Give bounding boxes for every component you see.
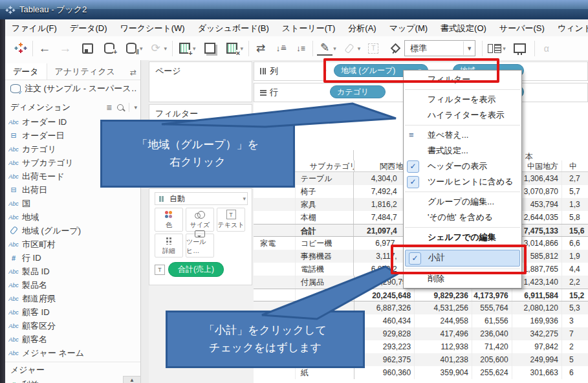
subcategory-cell[interactable]: 家具	[295, 198, 354, 211]
menu-item[interactable]: ファイル(F)	[5, 20, 63, 36]
context-menu-item[interactable]: ✓ ハイライターを表示	[404, 107, 521, 123]
menu-item[interactable]: 分析(A)	[342, 20, 382, 36]
context-menu-item[interactable]: ✓ 書式設定...	[404, 143, 521, 159]
detail-button[interactable]: 詳細	[155, 234, 183, 257]
sort-ascending-button[interactable]: ↓≞	[274, 40, 289, 57]
pause-updates-button[interactable]: ‖	[124, 40, 139, 57]
value-cell[interactable]: 2,2	[562, 276, 588, 289]
value-cell[interactable]: 4,531,256	[415, 301, 472, 314]
category-cell[interactable]	[254, 250, 295, 263]
show-hide-cards-caret[interactable]: ▾	[503, 45, 506, 52]
value-cell[interactable]: 97,842	[512, 340, 562, 353]
color-button[interactable]: 色	[155, 208, 183, 232]
category-cell[interactable]	[254, 224, 295, 236]
mark-type-dropdown[interactable]: 自動 ▾	[155, 192, 248, 205]
value-cell[interactable]: 1,9	[562, 250, 588, 263]
menu-item[interactable]: マップ(M)	[383, 20, 434, 36]
group-members-caret[interactable]: ▾	[358, 45, 361, 52]
context-menu-item[interactable]: ✓ フィルターを表示	[404, 92, 521, 107]
highlight-button[interactable]: ✎	[317, 41, 332, 56]
subcategory-cell[interactable]: 椅子	[295, 185, 354, 198]
category-cell[interactable]	[254, 276, 295, 289]
size-button[interactable]: サイズ	[186, 208, 214, 232]
category-cell[interactable]	[254, 366, 295, 379]
value-cell[interactable]: 244,958	[415, 314, 472, 327]
text-button[interactable]: T テキスト	[217, 208, 245, 232]
context-menu-item[interactable]: ✓ シェルフでの編集	[404, 230, 521, 245]
swap-axes-button[interactable]: ⇄	[253, 40, 268, 57]
category-cell[interactable]	[254, 263, 295, 276]
value-cell[interactable]: 5,8	[562, 211, 588, 224]
region-header[interactable]: 中	[562, 160, 588, 171]
value-cell[interactable]: 169,936	[512, 314, 562, 327]
context-menu-item[interactable]: ✓	[404, 123, 521, 127]
value-cell[interactable]: 2,7	[562, 172, 588, 185]
pause-updates-caret[interactable]: ▾	[140, 45, 143, 52]
value-cell[interactable]: 960,360	[354, 366, 415, 379]
value-cell[interactable]: 15,2	[562, 289, 588, 301]
highlight-caret[interactable]: ▾	[333, 45, 336, 52]
value-cell[interactable]: 255,624	[472, 366, 512, 379]
value-cell[interactable]: 2	[562, 340, 588, 353]
context-menu-item[interactable]: ✓	[404, 190, 521, 194]
menu-item[interactable]: ストーリー(T)	[276, 20, 342, 36]
subcategory-cell[interactable]: 紙	[295, 366, 354, 379]
value-cell[interactable]: 5	[562, 353, 588, 366]
value-cell[interactable]: 5,3	[562, 301, 588, 314]
value-cell[interactable]: 236,040	[472, 327, 512, 340]
value-cell[interactable]: 6	[562, 366, 588, 379]
menu-item[interactable]: ウィンドウ(N)	[551, 20, 588, 36]
pill-category[interactable]: カテゴリ	[330, 85, 386, 98]
context-menu-item[interactable]: ✓ 並べ替え...	[404, 127, 521, 143]
menu-item[interactable]: ダッシュボード(B)	[191, 20, 276, 36]
context-menu-item[interactable]: ✓ グループの編集...	[404, 194, 521, 210]
mark-type-caret[interactable]: ▾	[243, 195, 246, 202]
subcategory-cell[interactable]: テーブル	[295, 172, 354, 185]
dimension-field[interactable]: 製品名	[5, 278, 140, 292]
value-cell[interactable]: 205,600	[472, 353, 512, 366]
value-cell[interactable]: 7	[562, 327, 588, 340]
value-cell[interactable]: 3	[562, 314, 588, 327]
subcategory-cell[interactable]: 電話機	[295, 263, 354, 276]
new-worksheet-caret[interactable]: ▾	[193, 45, 196, 52]
duplicate-sheet-button[interactable]	[202, 40, 218, 57]
subcategory-cell[interactable]: 付属品	[295, 276, 354, 289]
pane-swap-icon[interactable]: ⇄	[130, 68, 136, 77]
tab-data[interactable]: データ	[5, 63, 47, 80]
value-cell[interactable]: 4,4	[562, 263, 588, 276]
show-mark-labels-button[interactable]: T	[365, 40, 381, 57]
subcategory-cell[interactable]: 事務機器	[295, 250, 354, 263]
value-cell[interactable]: 301,663	[512, 366, 562, 379]
refresh-button[interactable]: ⟳	[148, 40, 164, 57]
context-menu-item[interactable]: ✓	[404, 225, 521, 230]
clipped-toolbar-item[interactable]: α	[539, 40, 554, 57]
save-button[interactable]	[80, 40, 95, 57]
value-cell[interactable]: 20,245,648	[354, 289, 415, 301]
context-menu-item[interactable]: ✓ 'その他' を含める	[404, 210, 521, 225]
value-cell[interactable]: 5,7	[562, 185, 588, 198]
value-cell[interactable]: 4,173,976	[472, 289, 512, 301]
value-cell[interactable]: 417,496	[415, 327, 472, 340]
new-datasource-button[interactable]: +	[102, 40, 117, 57]
dimension-field[interactable]: 地域	[5, 210, 140, 224]
clear-sheet-caret[interactable]: ▾	[241, 45, 244, 52]
value-cell[interactable]: 112,938	[415, 340, 472, 353]
value-cell[interactable]: 359,904	[415, 366, 472, 379]
refresh-caret[interactable]: ▾	[164, 45, 168, 52]
clear-sheet-button[interactable]: ×	[224, 40, 240, 57]
undo-button[interactable]: ←	[37, 40, 52, 57]
dimension-field[interactable]: 国	[5, 197, 140, 210]
menu-item[interactable]: サーバー(S)	[493, 20, 551, 36]
value-cell[interactable]: 401,238	[415, 353, 472, 366]
dimension-field[interactable]: 地域 (グループ)	[5, 224, 140, 237]
sort-descending-button[interactable]: ↓≡	[293, 40, 309, 57]
subcategory-cell[interactable]: コピー機	[295, 237, 354, 250]
measure-field[interactable]: 利益	[5, 378, 140, 383]
value-cell[interactable]: 342,275	[512, 327, 562, 340]
dimension-field[interactable]: 製品 ID	[5, 265, 140, 278]
group-members-button[interactable]	[342, 40, 357, 57]
view-as-list-icon[interactable]: ≣	[106, 104, 112, 112]
subcategory-cell[interactable]	[295, 289, 354, 301]
dimension-field[interactable]: 市区町村	[5, 237, 140, 251]
context-menu-item[interactable]: ✓	[404, 87, 521, 92]
